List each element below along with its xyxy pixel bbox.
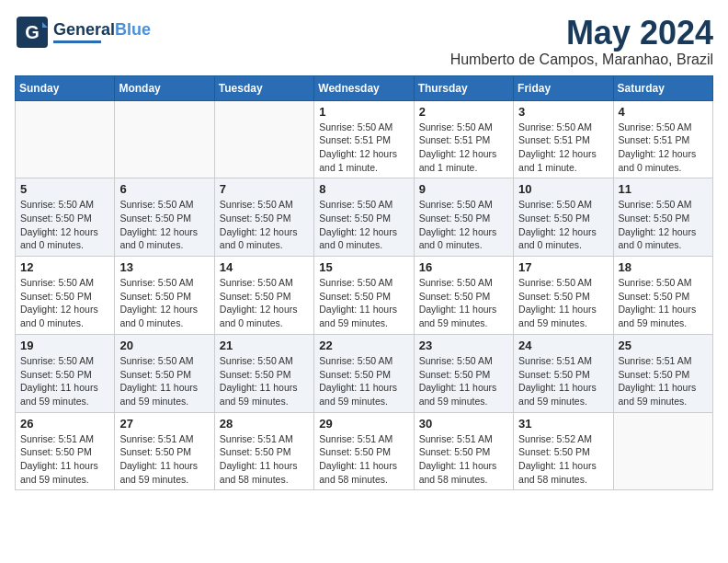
calendar-cell: 13Sunrise: 5:50 AM Sunset: 5:50 PM Dayli…: [115, 257, 214, 335]
day-number: 27: [119, 417, 209, 431]
day-info: Sunrise: 5:50 AM Sunset: 5:51 PM Dayligh…: [518, 121, 608, 175]
calendar-cell: 7Sunrise: 5:50 AM Sunset: 5:50 PM Daylig…: [214, 178, 313, 257]
day-info: Sunrise: 5:50 AM Sunset: 5:50 PM Dayligh…: [518, 198, 608, 252]
calendar-cell: 22Sunrise: 5:50 AM Sunset: 5:50 PM Dayli…: [314, 334, 414, 412]
calendar-cell: 20Sunrise: 5:50 AM Sunset: 5:50 PM Dayli…: [115, 334, 214, 412]
day-number: 9: [419, 182, 508, 196]
day-number: 16: [419, 260, 508, 274]
calendar-cell: 23Sunrise: 5:50 AM Sunset: 5:50 PM Dayli…: [414, 334, 513, 412]
header: G GeneralBlue May 2024 Humberto de Campo…: [15, 15, 713, 68]
calendar-cell: 9Sunrise: 5:50 AM Sunset: 5:50 PM Daylig…: [414, 178, 513, 257]
day-info: Sunrise: 5:50 AM Sunset: 5:51 PM Dayligh…: [419, 121, 508, 175]
day-info: Sunrise: 5:50 AM Sunset: 5:50 PM Dayligh…: [518, 276, 608, 330]
calendar-header-saturday: Saturday: [613, 75, 712, 100]
day-info: Sunrise: 5:50 AM Sunset: 5:50 PM Dayligh…: [220, 354, 309, 408]
calendar-cell: 30Sunrise: 5:51 AM Sunset: 5:50 PM Dayli…: [414, 412, 513, 490]
calendar-cell: 15Sunrise: 5:50 AM Sunset: 5:50 PM Dayli…: [314, 257, 414, 335]
calendar-cell: [115, 100, 214, 178]
calendar-header-friday: Friday: [514, 75, 613, 100]
day-info: Sunrise: 5:50 AM Sunset: 5:50 PM Dayligh…: [419, 198, 508, 252]
day-number: 31: [518, 417, 608, 431]
day-info: Sunrise: 5:50 AM Sunset: 5:50 PM Dayligh…: [619, 276, 708, 330]
day-info: Sunrise: 5:52 AM Sunset: 5:50 PM Dayligh…: [518, 432, 608, 487]
calendar-header-tuesday: Tuesday: [214, 75, 313, 100]
calendar-cell: [613, 412, 712, 490]
location-title: Humberto de Campos, Maranhao, Brazil: [450, 52, 713, 68]
calendar-cell: 28Sunrise: 5:51 AM Sunset: 5:50 PM Dayli…: [214, 412, 313, 490]
calendar-cell: 10Sunrise: 5:50 AM Sunset: 5:50 PM Dayli…: [514, 178, 613, 257]
calendar-cell: 1Sunrise: 5:50 AM Sunset: 5:51 PM Daylig…: [314, 100, 414, 178]
day-number: 25: [619, 339, 708, 352]
day-number: 7: [220, 182, 309, 196]
day-number: 18: [619, 260, 708, 274]
calendar-header-monday: Monday: [115, 75, 214, 100]
day-info: Sunrise: 5:51 AM Sunset: 5:50 PM Dayligh…: [619, 354, 708, 408]
calendar-cell: 16Sunrise: 5:50 AM Sunset: 5:50 PM Dayli…: [414, 257, 513, 335]
day-info: Sunrise: 5:50 AM Sunset: 5:51 PM Dayligh…: [619, 121, 708, 175]
day-number: 8: [319, 182, 408, 196]
day-number: 6: [119, 182, 209, 196]
day-info: Sunrise: 5:50 AM Sunset: 5:50 PM Dayligh…: [419, 354, 508, 408]
calendar-header-thursday: Thursday: [414, 75, 513, 100]
day-number: 12: [20, 260, 109, 274]
calendar-week-row: 19Sunrise: 5:50 AM Sunset: 5:50 PM Dayli…: [16, 334, 713, 412]
calendar-cell: 25Sunrise: 5:51 AM Sunset: 5:50 PM Dayli…: [613, 334, 712, 412]
calendar-cell: 24Sunrise: 5:51 AM Sunset: 5:50 PM Dayli…: [514, 334, 613, 412]
day-number: 13: [119, 260, 209, 274]
calendar-cell: 27Sunrise: 5:51 AM Sunset: 5:50 PM Dayli…: [115, 412, 214, 490]
calendar-week-row: 12Sunrise: 5:50 AM Sunset: 5:50 PM Dayli…: [16, 257, 713, 335]
calendar-cell: 2Sunrise: 5:50 AM Sunset: 5:51 PM Daylig…: [414, 100, 513, 178]
day-info: Sunrise: 5:51 AM Sunset: 5:50 PM Dayligh…: [419, 432, 508, 487]
logo: G GeneralBlue: [15, 15, 151, 50]
calendar-header-sunday: Sunday: [16, 75, 115, 100]
calendar-table: SundayMondayTuesdayWednesdayThursdayFrid…: [15, 75, 713, 491]
calendar-cell: 4Sunrise: 5:50 AM Sunset: 5:51 PM Daylig…: [613, 100, 712, 178]
day-info: Sunrise: 5:50 AM Sunset: 5:50 PM Dayligh…: [319, 276, 408, 330]
day-info: Sunrise: 5:51 AM Sunset: 5:50 PM Dayligh…: [220, 432, 309, 487]
day-info: Sunrise: 5:50 AM Sunset: 5:50 PM Dayligh…: [319, 198, 408, 252]
day-number: 15: [319, 260, 408, 274]
day-info: Sunrise: 5:51 AM Sunset: 5:50 PM Dayligh…: [518, 354, 608, 408]
calendar-cell: 8Sunrise: 5:50 AM Sunset: 5:50 PM Daylig…: [314, 178, 414, 257]
calendar-header-row: SundayMondayTuesdayWednesdayThursdayFrid…: [16, 75, 713, 100]
day-info: Sunrise: 5:50 AM Sunset: 5:50 PM Dayligh…: [619, 198, 708, 252]
title-area: May 2024 Humberto de Campos, Maranhao, B…: [450, 15, 713, 68]
day-number: 21: [220, 339, 309, 352]
day-number: 11: [619, 182, 708, 196]
day-number: 1: [319, 105, 408, 119]
day-number: 14: [220, 260, 309, 274]
calendar-cell: 12Sunrise: 5:50 AM Sunset: 5:50 PM Dayli…: [16, 257, 115, 335]
day-number: 30: [419, 417, 508, 431]
day-info: Sunrise: 5:50 AM Sunset: 5:50 PM Dayligh…: [20, 354, 109, 408]
day-number: 23: [419, 339, 508, 352]
day-number: 4: [619, 105, 708, 119]
calendar-cell: 19Sunrise: 5:50 AM Sunset: 5:50 PM Dayli…: [16, 334, 115, 412]
calendar-cell: [16, 100, 115, 178]
day-number: 3: [518, 105, 608, 119]
day-info: Sunrise: 5:50 AM Sunset: 5:50 PM Dayligh…: [20, 276, 109, 330]
logo-underline: [53, 40, 101, 43]
calendar-cell: 11Sunrise: 5:50 AM Sunset: 5:50 PM Dayli…: [613, 178, 712, 257]
day-number: 19: [20, 339, 109, 352]
calendar-cell: 5Sunrise: 5:50 AM Sunset: 5:50 PM Daylig…: [16, 178, 115, 257]
day-number: 24: [518, 339, 608, 352]
day-number: 29: [319, 417, 408, 431]
day-info: Sunrise: 5:50 AM Sunset: 5:50 PM Dayligh…: [119, 198, 209, 252]
calendar-cell: 29Sunrise: 5:51 AM Sunset: 5:50 PM Dayli…: [314, 412, 414, 490]
calendar-cell: 17Sunrise: 5:50 AM Sunset: 5:50 PM Dayli…: [514, 257, 613, 335]
day-info: Sunrise: 5:50 AM Sunset: 5:50 PM Dayligh…: [220, 276, 309, 330]
calendar-cell: 21Sunrise: 5:50 AM Sunset: 5:50 PM Dayli…: [214, 334, 313, 412]
day-number: 5: [20, 182, 109, 196]
calendar-cell: 31Sunrise: 5:52 AM Sunset: 5:50 PM Dayli…: [514, 412, 613, 490]
calendar-cell: 6Sunrise: 5:50 AM Sunset: 5:50 PM Daylig…: [115, 178, 214, 257]
day-info: Sunrise: 5:50 AM Sunset: 5:50 PM Dayligh…: [119, 276, 209, 330]
calendar-header-wednesday: Wednesday: [314, 75, 414, 100]
calendar-cell: 14Sunrise: 5:50 AM Sunset: 5:50 PM Dayli…: [214, 257, 313, 335]
day-number: 17: [518, 260, 608, 274]
calendar-week-row: 5Sunrise: 5:50 AM Sunset: 5:50 PM Daylig…: [16, 178, 713, 257]
calendar-cell: 3Sunrise: 5:50 AM Sunset: 5:51 PM Daylig…: [514, 100, 613, 178]
day-number: 2: [419, 105, 508, 119]
logo-text: GeneralBlue: [53, 21, 151, 40]
day-info: Sunrise: 5:50 AM Sunset: 5:51 PM Dayligh…: [319, 121, 408, 175]
calendar-cell: 26Sunrise: 5:51 AM Sunset: 5:50 PM Dayli…: [16, 412, 115, 490]
